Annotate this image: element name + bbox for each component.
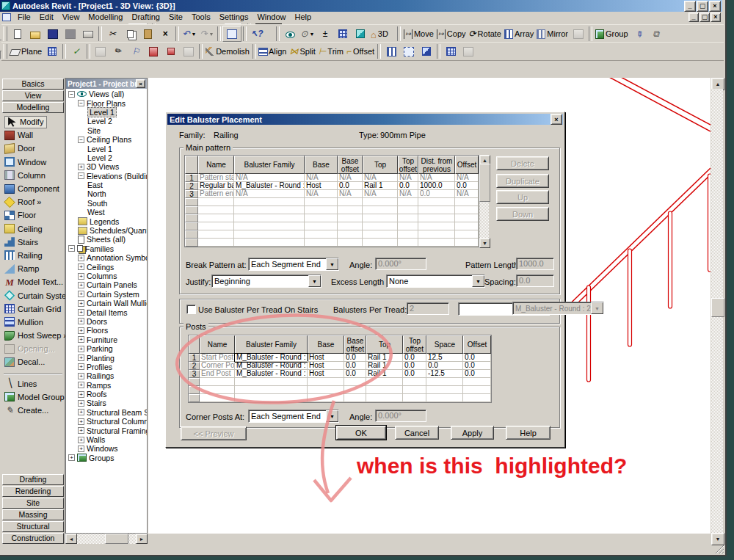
designbar-item-roof[interactable]: Roof » <box>1 195 65 208</box>
table-row[interactable]: 2Corner PostM_Baluster - Round :Host0.0R… <box>189 362 491 370</box>
browser-hscrollbar[interactable]: ◄ ► <box>65 534 148 544</box>
designbar-tab-view[interactable]: View <box>2 90 64 101</box>
designbar-item-decal[interactable]: Decal... <box>1 355 65 368</box>
expand-icon[interactable]: + <box>78 400 84 407</box>
minimize-button[interactable]: _ <box>684 1 696 12</box>
camera-button[interactable]: ⌂3D <box>369 26 390 41</box>
designbar-item-stairs[interactable]: Stairs <box>1 236 65 249</box>
copy-clipboard-button[interactable] <box>121 26 139 41</box>
corner-angle-field[interactable]: 0.000° <box>375 410 426 422</box>
trim-button[interactable]: ⊢Trim <box>317 44 345 59</box>
maximize-button[interactable]: ▢ <box>697 1 708 12</box>
group-button[interactable]: Group <box>594 26 630 41</box>
help-button[interactable]: Help <box>506 426 550 440</box>
expand-icon[interactable]: + <box>78 336 84 343</box>
undo-dropdown-icon[interactable]: ▼ <box>192 32 197 37</box>
table-cell[interactable]: N/A <box>363 190 398 198</box>
designbar-tab-drafting[interactable]: Drafting <box>2 474 64 485</box>
zoom-button[interactable]: ⊙▼ <box>299 26 316 41</box>
save-all-button[interactable] <box>62 26 79 41</box>
tree-item-sheets-all[interactable]: Sheets (all) <box>66 235 147 244</box>
child-minimize-button[interactable]: _ <box>688 12 699 22</box>
justify-combo[interactable]: Beginning▼ <box>211 274 321 288</box>
menu-item-help[interactable]: Help <box>291 12 316 22</box>
tree-item-ceiling-plans[interactable]: −Ceiling Plans <box>66 135 147 144</box>
demolish-button[interactable]: Demolish <box>204 44 251 59</box>
expand-icon[interactable]: + <box>78 373 84 379</box>
resize-button[interactable] <box>570 26 587 41</box>
tree-item-families[interactable]: −Families <box>66 244 147 253</box>
table-cell[interactable]: N/A <box>363 174 398 182</box>
tree-item-windows[interactable]: +Windows <box>66 444 147 453</box>
tree-item-structural-columns[interactable]: +Structural Columns <box>66 417 147 426</box>
ok-button[interactable]: OK <box>336 426 386 440</box>
expand-icon[interactable]: + <box>78 446 84 452</box>
package-button[interactable] <box>162 44 180 59</box>
offset-button[interactable]: ⌐Offset <box>345 44 376 59</box>
designbar-tab-rendering[interactable]: Rendering <box>2 486 64 497</box>
project-browser-titlebar[interactable]: Project1 - Project br... × <box>66 79 147 89</box>
tree-item-curtain-wall-mullion[interactable]: +Curtain Wall Mullion <box>66 299 147 308</box>
pin-button[interactable]: ✎ <box>630 26 647 41</box>
table-cell[interactable]: Rail 1 <box>363 182 398 190</box>
copy-button[interactable]: ↦Copy <box>435 26 468 41</box>
menu-item-settings[interactable]: Settings <box>215 12 253 22</box>
table-cell[interactable]: 0.0 <box>455 182 479 190</box>
expand-icon[interactable]: + <box>78 391 84 398</box>
dialog-titlebar[interactable]: Edit Baluster Placement × <box>167 114 563 125</box>
menu-item-edit[interactable]: Edit <box>35 12 58 22</box>
balusters-per-tread-field[interactable]: 2 <box>407 302 449 315</box>
join-geometry-button[interactable] <box>382 44 400 59</box>
tree-item-roofs[interactable]: +Roofs <box>66 390 147 399</box>
title-bar[interactable]: Autodesk Revit - [Project1 - 3D View: {3… <box>0 0 722 12</box>
context-help-button[interactable]: ↖? <box>248 26 266 41</box>
table-row[interactable]: 3Pattern endN/AN/AN/AN/AN/A0.0N/A <box>185 190 479 198</box>
table-cell[interactable]: Host <box>308 370 344 378</box>
cut-button[interactable]: ✂ <box>103 26 121 41</box>
zoom-dropdown-icon[interactable]: ▼ <box>310 32 315 37</box>
browser-scroll-right-icon[interactable]: ► <box>136 534 148 544</box>
main-pattern-scrollbar[interactable]: ▲ ▼ <box>479 155 489 247</box>
cancel-button[interactable]: Cancel <box>395 426 439 440</box>
expand-icon[interactable]: + <box>78 437 84 443</box>
collapse-icon[interactable]: − <box>78 137 84 143</box>
designbar-item-door[interactable]: Door <box>1 142 65 155</box>
tree-item-level-1[interactable]: Level 1 <box>66 108 147 117</box>
thin-lines-button[interactable]: ± <box>316 26 334 41</box>
table-cell[interactable]: M_Baluster - Round : <box>235 354 308 362</box>
designbar-item-model-text[interactable]: MModel Text... <box>1 275 65 288</box>
table-cell[interactable]: Rail 1 <box>366 370 403 378</box>
table-cell[interactable]: 0.0 <box>403 354 426 362</box>
print-button[interactable] <box>79 26 97 41</box>
undo-button[interactable]: ↶▼ <box>181 26 198 41</box>
table-cell[interactable]: Host <box>305 182 338 190</box>
designbar-item-opening[interactable]: Opening... <box>1 342 65 355</box>
work-plane-button[interactable]: Plane <box>9 44 43 59</box>
tree-item-north[interactable]: North <box>66 189 147 198</box>
table-scroll-thumb[interactable] <box>479 164 490 202</box>
expand-icon[interactable]: + <box>78 382 84 388</box>
tree-item-doors[interactable]: +Doors <box>66 317 147 326</box>
table-cell[interactable]: N/A <box>234 190 305 198</box>
collapse-icon[interactable]: − <box>78 100 84 106</box>
collapse-icon[interactable]: − <box>68 245 75 252</box>
document-icon[interactable] <box>2 13 11 21</box>
designbar-item-wall[interactable]: Wall <box>1 128 65 142</box>
align-button[interactable]: Align <box>258 44 288 59</box>
child-close-button[interactable]: × <box>711 12 721 22</box>
expand-icon[interactable]: + <box>78 418 84 425</box>
expand-icon[interactable]: + <box>78 300 84 307</box>
table-cell[interactable]: 12.5 <box>426 354 463 362</box>
table-cell[interactable]: Host <box>308 354 344 362</box>
designbar-item-curtain-system[interactable]: Curtain System <box>1 288 65 302</box>
tree-item-planting[interactable]: +Planting <box>66 353 147 362</box>
designbar-tab-basics[interactable]: Basics <box>2 79 64 90</box>
expand-icon[interactable]: + <box>68 454 75 461</box>
table-cell[interactable]: 0.0 <box>403 370 426 378</box>
preview-button[interactable]: << Preview <box>181 426 247 440</box>
visibility-button[interactable] <box>334 26 352 41</box>
menu-item-site[interactable]: Site <box>164 12 187 22</box>
designbar-item-host-sweep[interactable]: Host Sweep » <box>1 329 65 342</box>
collapse-icon[interactable]: − <box>78 172 84 179</box>
table-cell[interactable]: 0.0 <box>338 182 363 190</box>
